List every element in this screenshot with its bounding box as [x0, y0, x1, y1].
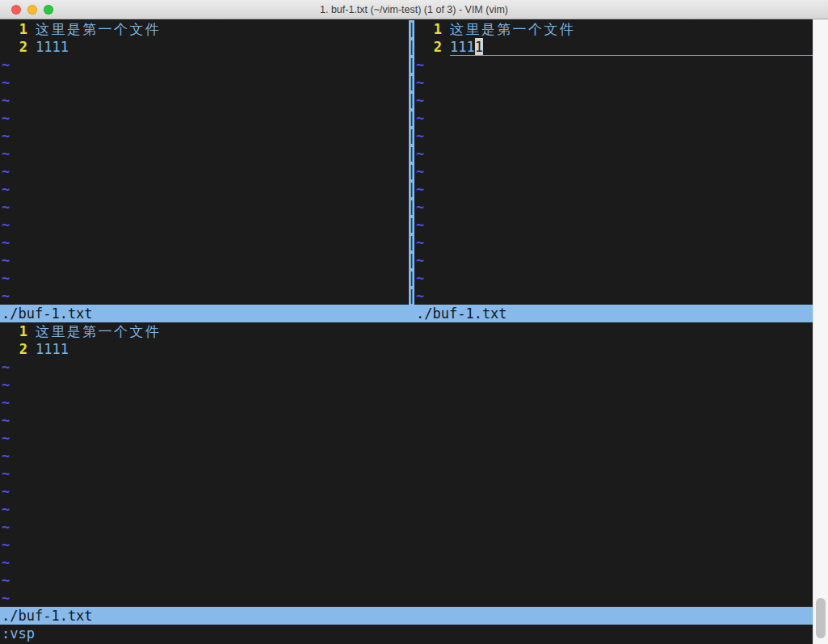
empty-line-marker: ~ [0, 234, 409, 251]
close-button-icon[interactable] [11, 5, 21, 15]
separator-cell: | [409, 91, 414, 109]
line-number: 2 [2, 340, 27, 358]
separator-cell: | [409, 162, 414, 180]
empty-line-marker: ~ [0, 589, 813, 607]
cursor-line[interactable]: 2 111 1 [414, 38, 813, 56]
empty-line-marker: ~ [0, 74, 409, 91]
empty-line-marker: ~ [0, 482, 813, 500]
statusline-filename-right: ./buf-1.txt [414, 305, 507, 322]
buffer-line-text: 1111 [36, 39, 69, 55]
empty-line-marker: ~ [0, 127, 409, 145]
separator-cell: | [409, 198, 414, 216]
empty-line-marker: ~ [0, 269, 409, 287]
empty-line-marker: ~ [414, 234, 813, 251]
buffer-line[interactable]: 1这里是第一个文件 [414, 20, 813, 38]
empty-line-marker: ~ [0, 358, 813, 376]
zoom-button-icon[interactable] [44, 5, 53, 15]
separator-cell: | [409, 287, 414, 305]
macos-titlebar[interactable]: 1. buf-1.txt (~/vim-test) (1 of 3) - VIM… [0, 0, 828, 19]
buffer-line-text: 这里是第一个文件 [36, 21, 161, 37]
separator-cell: | [409, 38, 414, 56]
statusline-filename-left: ./buf-1.txt [0, 305, 414, 322]
separator-cell: | [409, 109, 414, 127]
empty-line-marker: ~ [414, 162, 813, 180]
vim-command-line[interactable]: :vsp [0, 625, 813, 642]
empty-line-marker: ~ [414, 287, 813, 305]
statusline-top[interactable]: ./buf-1.txt ./buf-1.txt [0, 305, 813, 322]
buffer-line[interactable]: 21111 [0, 340, 813, 358]
empty-line-marker: ~ [414, 127, 813, 145]
empty-line-marker: ~ [0, 251, 409, 269]
empty-line-marker: ~ [414, 91, 813, 109]
empty-line-marker: ~ [414, 109, 813, 127]
separator-cell: | [409, 145, 414, 162]
empty-line-marker: ~ [0, 145, 409, 162]
empty-line-marker: ~ [0, 394, 813, 411]
empty-line-marker: ~ [0, 536, 813, 554]
vim-split-top-right-active[interactable]: 1这里是第一个文件 2 111 1 ~~~~~~~~~~~~~~ [414, 20, 813, 305]
window-title: 1. buf-1.txt (~/vim-test) (1 of 3) - VIM… [320, 4, 508, 15]
empty-line-marker: ~ [414, 180, 813, 198]
empty-line-markers: ~~~~~~~~~~~~~~ [0, 358, 813, 607]
buffer-line-text: 这里是第一个文件 [450, 21, 575, 37]
empty-line-marker: ~ [414, 269, 813, 287]
line-number: 1 [2, 322, 27, 340]
separator-cell: | [409, 216, 414, 234]
cursor-line-underline: 111 1 [450, 38, 813, 56]
buffer-line[interactable]: 1这里是第一个文件 [0, 322, 813, 340]
empty-line-marker: ~ [0, 411, 813, 429]
traffic-lights [11, 5, 53, 15]
empty-line-marker: ~ [0, 554, 813, 571]
buffer-line[interactable]: 21111 [0, 38, 409, 56]
vim-app-window: 1. buf-1.txt (~/vim-test) (1 of 3) - VIM… [0, 0, 828, 644]
separator-cell: | [409, 251, 414, 269]
buffer-line-text: 1111 [36, 341, 69, 357]
empty-line-markers: ~~~~~~~~~~~~~~ [414, 56, 813, 305]
vim-terminal-area: 1这里是第一个文件 21111 ~~~~~~~~~~~~~~ |||||||||… [0, 19, 813, 644]
separator-cell: | [409, 74, 414, 91]
empty-line-marker: ~ [0, 500, 813, 518]
separator-cell: | [409, 234, 414, 251]
empty-line-marker: ~ [0, 56, 409, 74]
empty-line-marker: ~ [414, 251, 813, 269]
empty-line-marker: ~ [0, 216, 409, 234]
empty-line-marker: ~ [414, 198, 813, 216]
text-before-cursor: 111 [450, 38, 475, 55]
empty-line-marker: ~ [0, 91, 409, 109]
empty-line-markers: ~~~~~~~~~~~~~~ [0, 56, 409, 305]
cursor-line-filler [483, 38, 813, 55]
empty-line-marker: ~ [0, 162, 409, 180]
separator-cell: | [409, 56, 414, 74]
empty-line-marker: ~ [414, 74, 813, 91]
empty-line-marker: ~ [0, 198, 409, 216]
empty-line-marker: ~ [414, 216, 813, 234]
empty-line-marker: ~ [0, 518, 813, 536]
empty-line-marker: ~ [0, 465, 813, 482]
minimize-button-icon[interactable] [27, 5, 37, 15]
vertical-split-separator[interactable]: |||||||||||||||| [409, 20, 414, 305]
buffer-line[interactable]: 1这里是第一个文件 [0, 20, 409, 38]
line-number: 1 [416, 20, 442, 38]
separator-cell: | [409, 180, 414, 198]
empty-line-marker: ~ [0, 109, 409, 127]
empty-line-marker: ~ [0, 180, 409, 198]
empty-line-marker: ~ [0, 376, 813, 394]
line-number: 1 [2, 20, 27, 38]
window-scrollbar-thumb[interactable] [816, 598, 826, 638]
statusline-bottom[interactable]: ./buf-1.txt [0, 607, 813, 625]
empty-line-marker: ~ [0, 447, 813, 465]
empty-line-marker: ~ [414, 145, 813, 162]
vim-split-bottom[interactable]: 1这里是第一个文件 21111 ~~~~~~~~~~~~~~ [0, 322, 813, 607]
window-scrollbar-track[interactable] [813, 19, 828, 644]
line-number: 2 [2, 38, 27, 56]
empty-line-marker: ~ [0, 571, 813, 589]
separator-cell: | [409, 20, 414, 38]
buffer-line-text: 这里是第一个文件 [36, 323, 161, 339]
line-number: 2 [416, 38, 442, 56]
separator-cell: | [409, 127, 414, 145]
separator-cell: | [409, 269, 414, 287]
vim-split-top-left[interactable]: 1这里是第一个文件 21111 ~~~~~~~~~~~~~~ [0, 20, 409, 305]
empty-line-marker: ~ [0, 287, 409, 305]
text-cursor: 1 [475, 38, 483, 55]
empty-line-marker: ~ [414, 56, 813, 74]
